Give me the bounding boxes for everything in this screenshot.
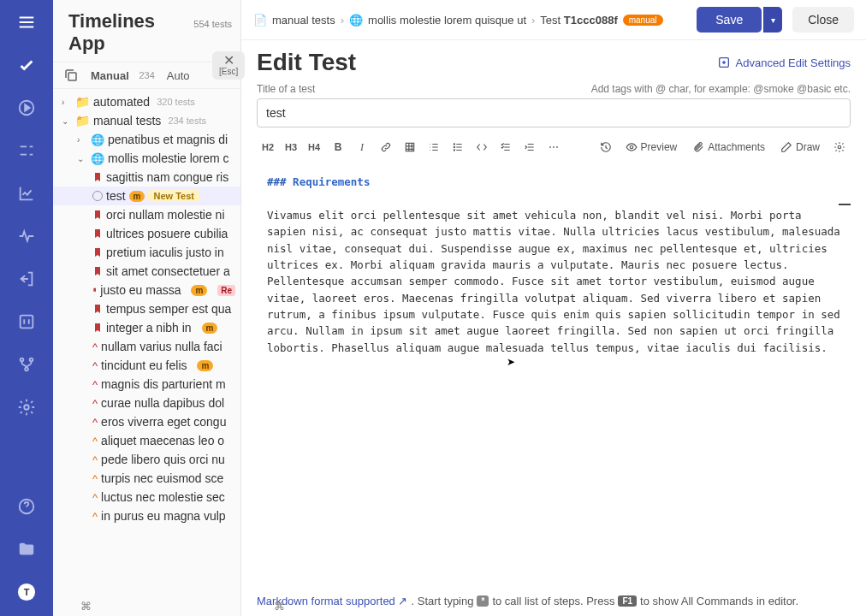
svg-point-5 — [24, 405, 29, 410]
h4-button[interactable]: H4 — [303, 136, 325, 158]
tree-item[interactable]: ^eros viverra eget congu — [53, 412, 240, 431]
tree-item[interactable]: pretium iaculis justo in — [53, 243, 240, 262]
tree-item[interactable]: sit amet consectetuer a — [53, 262, 240, 281]
tree-item[interactable]: ^pede libero quis orci nu — [53, 450, 240, 469]
help-icon[interactable] — [13, 493, 40, 520]
footer-hint: Markdown format supported ↗ . Start typi… — [241, 589, 866, 616]
svg-point-12 — [454, 144, 454, 145]
svg-rect-1 — [21, 316, 33, 329]
chart-icon[interactable] — [13, 180, 40, 207]
tree-item-selected[interactable]: test m New Test — [53, 187, 240, 205]
ul-button[interactable] — [447, 136, 469, 158]
tree-item[interactable]: ultrices posuere cubilia — [53, 224, 240, 243]
avatar-icon[interactable]: T — [13, 578, 40, 606]
svg-rect-11 — [406, 143, 413, 151]
menu-icon[interactable] — [13, 9, 40, 36]
app-title: Timelines App — [68, 10, 188, 55]
tree-item[interactable]: ^luctus nec molestie sec — [53, 488, 240, 506]
pulse-icon[interactable] — [13, 222, 40, 250]
breadcrumb: 📄 manual tests › 🌐 mollis molestie lorem… — [253, 14, 688, 27]
tree-item[interactable]: ^aliquet maecenas leo o — [53, 431, 240, 450]
folder-automated[interactable]: ›📁 automated 320 tests — [53, 92, 240, 111]
close-icon: ✕ — [219, 55, 238, 67]
indent-button[interactable] — [519, 136, 541, 158]
svg-point-14 — [454, 150, 454, 151]
manual-badge: manual — [623, 15, 663, 26]
tree-item[interactable]: ^nullam varius nulla faci — [53, 337, 240, 356]
svg-rect-9 — [68, 73, 76, 80]
tree-subfolder-open[interactable]: ⌄🌐mollis molestie lorem c — [53, 149, 240, 168]
tree-item[interactable]: sagittis nam congue ris — [53, 168, 240, 187]
svg-point-4 — [25, 368, 28, 371]
play-icon[interactable] — [13, 94, 40, 121]
title-label: Title of a test — [257, 83, 315, 95]
tree-item[interactable]: ^curae nulla dapibus dol — [53, 394, 240, 412]
cursor-icon: ➤ — [507, 356, 515, 368]
page-title: Edit Test — [257, 49, 356, 76]
copy-icon[interactable] — [63, 68, 79, 83]
link-button[interactable] — [375, 136, 397, 158]
folder-icon[interactable] — [13, 536, 40, 563]
new-test-tag: New Test — [148, 190, 199, 202]
italic-button[interactable]: I — [351, 136, 373, 158]
nav-rail: T — [0, 0, 53, 616]
tree-item[interactable]: ^magnis dis parturient m — [53, 375, 240, 394]
editor-textarea[interactable]: ### Requirements Vivamus elit orci pelle… — [257, 167, 851, 583]
svg-point-2 — [21, 358, 24, 362]
svg-point-15 — [630, 145, 633, 149]
branch-icon[interactable] — [13, 351, 40, 378]
close-esc-hint[interactable]: ✕ [Esc] — [212, 51, 245, 80]
key-star: * — [477, 595, 489, 607]
check-icon[interactable] — [13, 51, 40, 79]
save-button[interactable]: Save▾ — [697, 7, 762, 33]
h2-button[interactable]: H2 — [257, 136, 279, 158]
h3-button[interactable]: H3 — [280, 136, 302, 158]
advanced-settings-link[interactable]: Advanced Edit Settings — [717, 56, 851, 69]
save-dropdown[interactable]: ▾ — [763, 7, 782, 33]
tree-item[interactable]: tempus semper est qua — [53, 299, 240, 318]
title-input[interactable]: test — [257, 98, 851, 127]
tab-manual[interactable]: Manual 234 — [91, 69, 155, 82]
flow-icon[interactable] — [13, 137, 40, 164]
tree-item[interactable]: justo eu massa m Re — [53, 281, 240, 299]
close-button[interactable]: Close — [792, 7, 854, 33]
key-f1: F1 — [618, 595, 637, 607]
attachments-button[interactable]: Attachments — [685, 136, 772, 158]
total-count: 554 tests — [193, 19, 232, 29]
checklist-button[interactable] — [495, 136, 517, 158]
tree-item[interactable]: integer a nibh in m — [53, 318, 240, 337]
kb-icon: ⌘ — [274, 600, 285, 613]
settings-button[interactable] — [828, 136, 851, 158]
code-button[interactable] — [471, 136, 493, 158]
tree-item[interactable]: orci nullam molestie ni — [53, 205, 240, 224]
tree-subfolder[interactable]: ›🌐penatibus et magnis di — [53, 130, 240, 149]
gear-icon[interactable] — [13, 394, 40, 421]
tree: ›📁 automated 320 tests ⌄📁 manual tests 2… — [53, 89, 240, 616]
svg-text:T: T — [24, 587, 30, 597]
kb-icon: ⌘ — [80, 600, 92, 613]
table-button[interactable] — [399, 136, 421, 158]
tag-hint: Add tags with @ char, for example: @smok… — [591, 83, 851, 95]
bold-button[interactable]: B — [327, 136, 349, 158]
tree-item[interactable]: ^in purus eu magna vulp — [53, 506, 240, 525]
svg-point-3 — [30, 358, 33, 362]
svg-point-16 — [838, 145, 841, 149]
ol-button[interactable] — [423, 136, 445, 158]
dashboard-icon[interactable] — [13, 308, 40, 335]
doc-icon: 📄 — [253, 14, 267, 27]
tree-item[interactable]: ^turpis nec euismod sce — [53, 469, 240, 488]
svg-point-13 — [454, 146, 454, 147]
minimap-mark — [839, 204, 851, 205]
tab-auto[interactable]: Auto — [167, 69, 190, 82]
folder-manual[interactable]: ⌄📁 manual tests 234 tests — [53, 111, 240, 130]
exit-icon[interactable] — [13, 265, 40, 293]
globe-icon: 🌐 — [349, 14, 363, 27]
draw-button[interactable]: Draw — [774, 136, 827, 158]
more-button[interactable]: ⋯ — [543, 136, 565, 158]
tree-item[interactable]: ^tincidunt eu felis m — [53, 356, 240, 375]
preview-button[interactable]: Preview — [619, 136, 685, 158]
manual-tag: m — [129, 191, 145, 202]
editor-toolbar: H2 H3 H4 B I ⋯ Preview Attachments Draw — [241, 134, 866, 163]
history-button[interactable] — [595, 136, 617, 158]
sidebar: Timelines App 554 tests Manual 234 Auto … — [53, 0, 241, 616]
